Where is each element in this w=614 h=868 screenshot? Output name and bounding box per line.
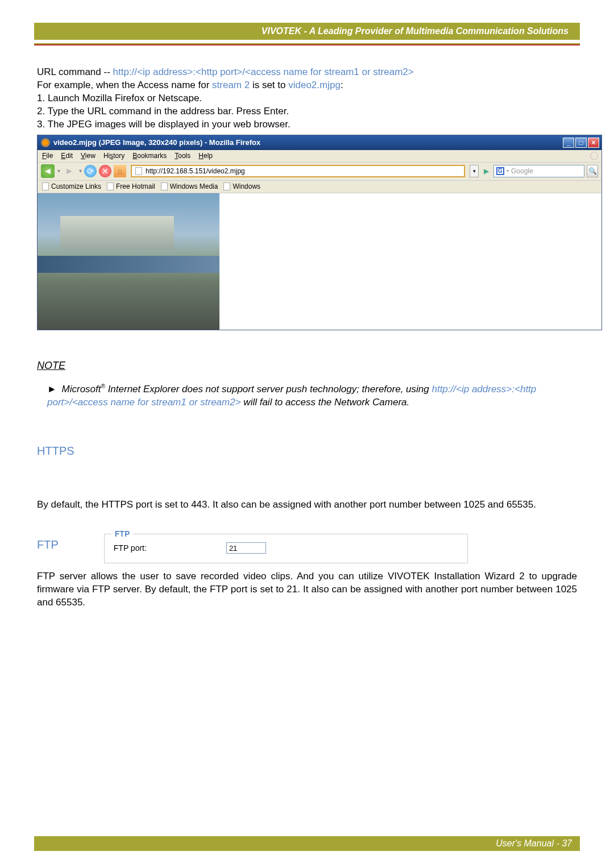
- https-heading: HTTPS: [37, 443, 577, 459]
- address-bar[interactable]: http://192.168.5.151/video2.mjpg: [131, 165, 465, 177]
- close-button[interactable]: ×: [588, 138, 599, 148]
- bookmark-windows[interactable]: Windows: [223, 182, 260, 191]
- menu-bookmarks[interactable]: Bookmarks: [132, 151, 167, 160]
- throbber-icon: [590, 152, 598, 160]
- url-prefix: URL command --: [37, 67, 113, 77]
- stop-button[interactable]: ✕: [99, 165, 111, 177]
- firefox-window: video2.mjpg (JPEG Image, 320x240 pixels)…: [37, 135, 602, 330]
- url-command-line: URL command -- http://<ip address>:<http…: [37, 66, 577, 79]
- page-icon: [135, 167, 142, 175]
- menu-view[interactable]: View: [81, 151, 96, 160]
- bookmark-windows-media[interactable]: Windows Media: [161, 182, 218, 191]
- search-box[interactable]: G▾ Google: [493, 165, 584, 177]
- window-controls: _ □ ×: [563, 138, 601, 148]
- url-pattern: http://<ip address>:<http port>/<access …: [113, 67, 414, 77]
- registered-mark: ®: [101, 383, 105, 389]
- menu-edit[interactable]: Edit: [61, 151, 73, 160]
- forward-dropdown[interactable]: ▾: [78, 167, 82, 175]
- ftp-port-label: FTP port:: [114, 543, 147, 554]
- menu-tools[interactable]: Tools: [175, 151, 190, 160]
- header-divider-red: [34, 44, 580, 45]
- search-placeholder: Google: [511, 167, 533, 176]
- search-go-button[interactable]: 🔍: [587, 165, 598, 177]
- reload-button[interactable]: ⟳: [84, 165, 97, 177]
- menu-help[interactable]: Help: [198, 151, 213, 160]
- address-text: http://192.168.5.151/video2.mjpg: [146, 167, 245, 176]
- menu-file[interactable]: File: [42, 151, 53, 160]
- bookmark-icon: [107, 182, 114, 190]
- firefox-icon: [41, 138, 50, 147]
- search-engine-dropdown[interactable]: ▾: [507, 168, 509, 175]
- go-button[interactable]: ▶: [481, 165, 491, 177]
- example-mid: is set to: [250, 80, 288, 90]
- page-footer: User's Manual - 37: [34, 836, 580, 851]
- bookmark-customize-links[interactable]: Customize Links: [42, 182, 101, 191]
- footer-text: User's Manual - 37: [496, 838, 572, 849]
- minimize-button[interactable]: _: [563, 138, 574, 148]
- step-1: 1. Launch Mozilla Firefox or Netscape.: [37, 92, 577, 105]
- note-pre: Microsoft: [62, 384, 101, 394]
- ftp-fieldset: FTP FTP port:: [104, 534, 468, 563]
- firefox-toolbar: ◄ ▾ ► ▾ ⟳ ✕ ⌂ http://192.168.5.151/video…: [38, 163, 601, 181]
- ftp-body: FTP server allows the user to save recor…: [37, 570, 577, 609]
- https-body: By default, the HTTPS port is set to 443…: [37, 499, 577, 512]
- note-heading: NOTE: [37, 359, 577, 372]
- ftp-heading: FTP: [37, 534, 59, 553]
- header-title: VIVOTEK - A Leading Provider of Multimed…: [262, 26, 569, 36]
- url-example-line: For example, when the Access name for st…: [37, 79, 577, 92]
- page-content: URL command -- http://<ip address>:<http…: [0, 66, 614, 609]
- stream-image: [38, 193, 219, 330]
- footer-bar: User's Manual - 37: [34, 836, 580, 851]
- address-dropdown[interactable]: ▾: [470, 165, 479, 177]
- firefox-titlebar: video2.mjpg (JPEG Image, 320x240 pixels)…: [38, 135, 601, 150]
- bookmark-icon: [223, 182, 230, 190]
- back-dropdown[interactable]: ▾: [57, 167, 60, 175]
- ftp-port-input[interactable]: [226, 542, 266, 554]
- note-mid: Internet Explorer does not support serve…: [105, 384, 432, 394]
- firefox-menubar: File Edit View History Bookmarks Tools H…: [38, 150, 601, 163]
- menu-history[interactable]: History: [103, 151, 125, 160]
- back-button[interactable]: ◄: [41, 164, 55, 178]
- ftp-section-row: FTP FTP FTP port:: [37, 534, 577, 563]
- home-button[interactable]: ⌂: [114, 165, 126, 177]
- step-3: 3. The JPEG images will be displayed in …: [37, 118, 577, 131]
- stream2-text: stream 2: [212, 80, 250, 90]
- bookmark-icon: [42, 182, 49, 190]
- triangle-bullet-icon: ►: [47, 383, 57, 396]
- document-page: VIVOTEK - A Leading Provider of Multimed…: [0, 0, 614, 868]
- forward-button[interactable]: ►: [63, 164, 76, 178]
- video2-text: video2.mjpg: [288, 80, 341, 90]
- example-suffix: :: [341, 80, 343, 90]
- titlebar-left: video2.mjpg (JPEG Image, 320x240 pixels)…: [41, 138, 260, 148]
- ftp-legend: FTP: [111, 529, 133, 539]
- maximize-button[interactable]: □: [575, 138, 587, 148]
- ftp-port-row: FTP port:: [114, 542, 458, 554]
- step-2: 2. Type the URL command in the address b…: [37, 105, 577, 118]
- firefox-viewport: [38, 193, 601, 330]
- bookmark-free-hotmail[interactable]: Free Hotmail: [107, 182, 155, 191]
- note-post: will fail to access the Network Camera.: [241, 397, 410, 408]
- window-title: video2.mjpg (JPEG Image, 320x240 pixels)…: [53, 138, 260, 148]
- bookmark-icon: [161, 182, 168, 190]
- bookmarks-toolbar: Customize Links Free Hotmail Windows Med…: [38, 181, 601, 193]
- page-header: VIVOTEK - A Leading Provider of Multimed…: [34, 23, 580, 40]
- example-prefix: For example, when the Access name for: [37, 80, 212, 90]
- google-icon: G: [496, 167, 504, 175]
- note-body: ► Microsoft® Internet Explorer does not …: [37, 383, 577, 409]
